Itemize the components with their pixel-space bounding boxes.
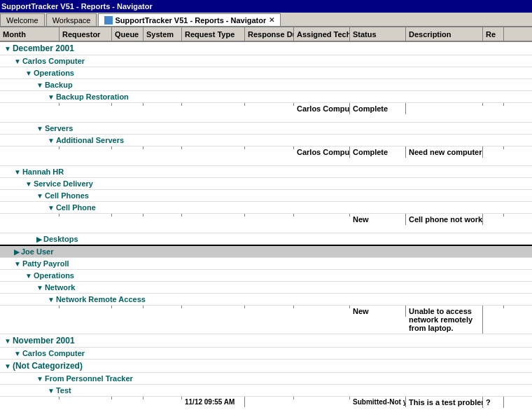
carlos-nov-expand-icon[interactable]: ▼ [14, 350, 21, 357]
data-response-5 [245, 397, 294, 399]
data-reqtype-4 [182, 306, 245, 308]
data-status-2: Complete [350, 146, 406, 158]
carlos-computer-nov-label[interactable]: ▼ Carlos Computer [0, 348, 532, 359]
service-delivery-expand-icon[interactable]: ▼ [25, 180, 32, 188]
from-personnel-tracker-label[interactable]: ▼ From Personnel Tracker [0, 373, 532, 384]
data-status-1: Complete [350, 103, 406, 114]
cell-phones-label[interactable]: ▼ Cell Phones [0, 190, 532, 201]
row-network-remote-access: ▼ Network Remote Access [0, 294, 532, 306]
col-header-status[interactable]: Status [350, 27, 406, 41]
data-reqtype-2 [182, 146, 245, 149]
november-2001-label[interactable]: ▼ November 2001 [0, 334, 532, 347]
operations-1-label[interactable]: ▼ Operations [0, 67, 532, 78]
personnel-tracker-expand-icon[interactable]: ▼ [36, 375, 43, 383]
operations-2-label[interactable]: ▼ Operations [0, 270, 532, 281]
data-assigned-1: Carlos Computer [294, 103, 350, 114]
row-network: ▼ Network [0, 282, 532, 294]
row-cell-phone-data: New Cell phone not working [0, 214, 532, 233]
data-assigned-2: Carlos Computer [294, 146, 350, 158]
network-expand-icon[interactable]: ▼ [36, 284, 43, 292]
data-requestor-3 [59, 214, 112, 217]
hannah-expand-icon[interactable]: ▼ [14, 168, 21, 176]
row-desktops: ▶ Desktops [0, 233, 532, 246]
patty-payroll-label[interactable]: ▼ Patty Payroll [0, 258, 532, 269]
data-desc-4: Unable to access network remotely from l… [406, 306, 483, 334]
data-re-1 [483, 103, 504, 106]
servers-label[interactable]: ▼ Servers [0, 123, 532, 134]
tree-content[interactable]: ▼ December 2001 ▼ Carlos Computer ▼ Oper… [0, 42, 532, 410]
december-expand-icon[interactable]: ▼ [4, 45, 11, 53]
tab-navigator[interactable]: SupportTracker V51 - Reports - Navigator… [98, 13, 281, 26]
col-header-system[interactable]: System [144, 27, 182, 41]
data-response-2 [245, 146, 294, 149]
row-december-2001: ▼ December 2001 [0, 42, 532, 55]
patty-expand-icon[interactable]: ▼ [14, 260, 21, 268]
hannah-hr-label[interactable]: ▼ Hannah HR [0, 166, 532, 177]
data-queue-1 [112, 103, 144, 106]
row-backup-restoration-data: Carlos Computer Complete [0, 103, 532, 123]
not-categorized-label[interactable]: ▼ (Not Categorized) [0, 360, 532, 372]
test-label[interactable]: ▼ Test [0, 385, 532, 396]
test-expand-icon[interactable]: ▼ [48, 387, 55, 395]
operations-1-expand-icon[interactable]: ▼ [25, 69, 32, 77]
col-header-response[interactable]: Response Due [245, 27, 294, 41]
data-system-2 [144, 146, 182, 149]
data-reqtype-3 [182, 214, 245, 217]
network-label[interactable]: ▼ Network [0, 282, 532, 293]
col-header-month[interactable]: Month [0, 27, 59, 41]
desktops-label[interactable]: ▶ Desktops [0, 233, 532, 245]
row-hannah-hr: ▼ Hannah HR [0, 166, 532, 178]
network-remote-access-label[interactable]: ▼ Network Remote Access [0, 294, 532, 305]
cell-phone-expand-icon[interactable]: ▼ [48, 204, 55, 212]
row-test-data: 11/12 09:55 AM Submitted-Not yet reviewe… [0, 397, 532, 410]
carlos-computer-label[interactable]: ▼ Carlos Computer [0, 55, 532, 67]
data-month-2 [0, 146, 59, 149]
row-cell-phone: ▼ Cell Phone [0, 202, 532, 214]
data-system-5 [144, 397, 182, 399]
service-delivery-label[interactable]: ▼ Service Delivery [0, 178, 532, 189]
col-header-assigned[interactable]: Assigned Tech [294, 27, 350, 41]
tab-workspace[interactable]: Workspace [46, 13, 97, 26]
data-response-3 [245, 214, 294, 217]
additional-servers-label[interactable]: ▼ Additional Servers [0, 135, 532, 146]
column-header-row: Month Requestor Queue System Request Typ… [0, 27, 532, 42]
cell-phones-expand-icon[interactable]: ▼ [36, 192, 43, 200]
col-header-re[interactable]: Re [483, 27, 504, 41]
data-queue-4 [112, 306, 144, 308]
col-header-reqtype[interactable]: Request Type [182, 27, 245, 41]
data-reqtype-1 [182, 103, 245, 106]
desktops-expand-icon[interactable]: ▶ [36, 235, 42, 243]
row-patty-payroll: ▼ Patty Payroll [0, 258, 532, 270]
november-expand-icon[interactable]: ▼ [4, 337, 11, 345]
tab-welcome[interactable]: Welcome [0, 13, 45, 26]
col-header-desc[interactable]: Description [406, 27, 483, 41]
additional-servers-expand-icon[interactable]: ▼ [48, 137, 55, 144]
joe-user-label[interactable]: ▶ Joe User [0, 246, 532, 257]
backup-restoration-expand-icon[interactable]: ▼ [48, 93, 55, 101]
joe-expand-icon[interactable]: ▶ [14, 248, 20, 256]
operations-2-expand-icon[interactable]: ▼ [25, 272, 32, 280]
data-re-4 [483, 306, 504, 308]
data-requestor-1 [59, 103, 112, 106]
backup-restoration-label[interactable]: ▼ Backup Restoration [0, 91, 532, 102]
workspace-tab-label: Workspace [52, 16, 91, 25]
servers-expand-icon[interactable]: ▼ [36, 125, 43, 132]
december-2001-label[interactable]: ▼ December 2001 [0, 42, 532, 55]
not-categorized-expand-icon[interactable]: ▼ [4, 362, 11, 370]
col-header-queue[interactable]: Queue [112, 27, 144, 41]
data-reqtype-5: 11/12 09:55 AM [182, 397, 245, 407]
data-desc-1 [406, 103, 483, 106]
data-requestor-2 [59, 146, 112, 149]
data-status-4: New [350, 306, 406, 317]
backup-expand-icon[interactable]: ▼ [36, 81, 43, 89]
navigator-tab-close[interactable]: ✕ [269, 16, 274, 24]
col-header-requestor[interactable]: Requestor [59, 27, 112, 41]
carlos-expand-icon[interactable]: ▼ [14, 57, 21, 65]
cell-phone-label[interactable]: ▼ Cell Phone [0, 202, 532, 213]
row-servers: ▼ Servers [0, 123, 532, 135]
network-remote-expand-icon[interactable]: ▼ [48, 296, 55, 303]
backup-label[interactable]: ▼ Backup [0, 79, 532, 90]
data-desc-2: Need new computer [406, 146, 483, 158]
data-desc-3: Cell phone not working [406, 214, 483, 225]
data-month-3 [0, 214, 59, 217]
